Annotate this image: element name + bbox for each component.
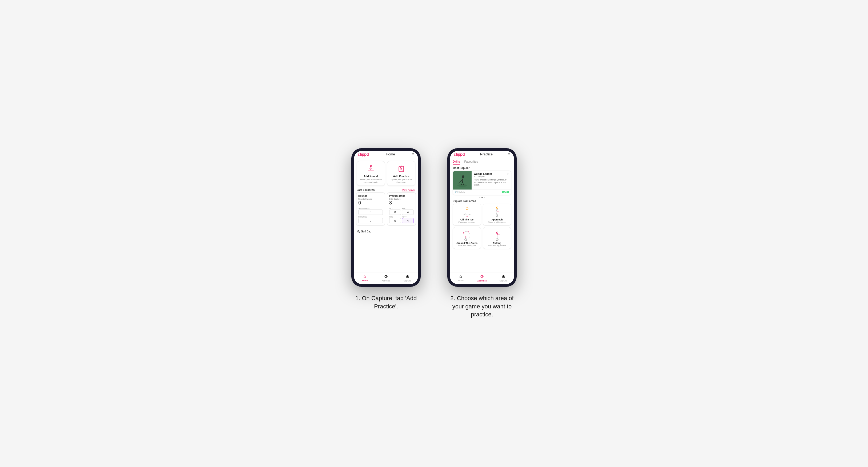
svg-point-24 bbox=[465, 236, 466, 238]
phone1-topnav: clippd Home ≡ bbox=[354, 151, 418, 158]
app-cell: APP 4 bbox=[402, 207, 414, 215]
phone2-section: clippd Practice ≡ Drills Favourites Most… bbox=[445, 148, 519, 319]
phone1-nav-title: Home bbox=[386, 152, 395, 156]
dot-2[interactable] bbox=[482, 197, 483, 198]
add-round-card[interactable]: Add Round Record your shots fast or enha… bbox=[357, 161, 385, 186]
drills-tab[interactable]: Drills bbox=[453, 158, 460, 165]
tab2-capture-label: Capture bbox=[500, 280, 507, 282]
approach-card[interactable]: Approach Dial-in to hit the green bbox=[483, 204, 511, 225]
putting-name: Putting bbox=[493, 242, 501, 244]
arg-cell: ARG 0 bbox=[389, 216, 401, 223]
tournament-cell: Tournament 0 bbox=[358, 207, 383, 215]
phone1-content: Add Round Record your shots fast or enha… bbox=[354, 158, 418, 272]
favourites-tab[interactable]: Favourites bbox=[464, 158, 478, 165]
last3months-header: Last 3 Months View Activity bbox=[354, 187, 418, 192]
add-round-icon bbox=[366, 164, 376, 174]
putting-card[interactable]: Putting Make and lag practice bbox=[483, 227, 511, 249]
arg-value: 0 bbox=[389, 218, 401, 223]
add-practice-title: Add Practice bbox=[393, 175, 409, 178]
featured-info: Wedge Ladder ☆ 50–100 yds Play 1 shot at… bbox=[472, 171, 511, 189]
featured-title-row: Wedge Ladder ☆ bbox=[474, 173, 509, 176]
svg-point-18 bbox=[467, 216, 468, 217]
stats-area: Rounds Rounds Capture 0 Tournament 0 Pra… bbox=[354, 192, 418, 227]
tab-home-label: Home bbox=[362, 279, 368, 282]
approach-name: Approach bbox=[491, 218, 502, 221]
drills-title: Practice Drills bbox=[389, 195, 414, 197]
around-the-green-card[interactable]: Around The Green Hone your short game bbox=[453, 227, 481, 249]
around-the-green-diagram bbox=[460, 229, 474, 241]
featured-yardage: 50–100 yds bbox=[474, 176, 509, 178]
add-practice-icon bbox=[396, 164, 406, 174]
putting-diagram bbox=[491, 229, 504, 241]
featured-footer: 🕐 9 shots APP bbox=[453, 189, 511, 195]
off-the-tee-card[interactable]: Off The Tee Power and accuracy bbox=[453, 204, 481, 225]
putt-value: 4 bbox=[402, 218, 414, 223]
tab-capture[interactable]: ⊕ Capture bbox=[397, 274, 418, 282]
putt-label: PUTT bbox=[402, 216, 414, 218]
tab-capture-label: Capture bbox=[404, 280, 411, 282]
phone1-tab-bar: ⌂ Home ⟳ Activities ⊕ Capture bbox=[354, 272, 418, 284]
ott-label: OTT bbox=[389, 207, 401, 209]
tab2-home[interactable]: ⌂ Home bbox=[450, 274, 471, 282]
caption2: 2. Choose which area of your game you wa… bbox=[445, 294, 519, 319]
approach-desc: Dial-in to hit the green bbox=[488, 221, 506, 223]
featured-card-inner: Wedge Ladder ☆ 50–100 yds Play 1 shot at… bbox=[453, 171, 511, 189]
drills-col: Practice Drills Drills Capture 8 OTT 0 A… bbox=[387, 192, 416, 225]
svg-point-21 bbox=[497, 211, 498, 212]
last3months-label: Last 3 Months bbox=[357, 188, 375, 191]
svg-point-25 bbox=[465, 239, 467, 241]
putting-desc: Make and lag practice bbox=[488, 245, 506, 247]
explore-label: Explore skill areas bbox=[450, 199, 514, 204]
phone1-hamburger-icon[interactable]: ≡ bbox=[412, 152, 414, 156]
tab-home[interactable]: ⌂ Home bbox=[354, 274, 375, 282]
view-activity-link[interactable]: View Activity bbox=[402, 189, 415, 191]
rounds-title: Rounds bbox=[358, 195, 383, 197]
add-round-subtitle: Record your shots fast or enhanced mode bbox=[359, 178, 382, 184]
svg-point-19 bbox=[496, 207, 498, 209]
tab-activities-label: Activities bbox=[382, 280, 390, 282]
ott-value: 0 bbox=[389, 210, 401, 215]
drills-value: 8 bbox=[389, 200, 414, 206]
off-the-tee-desc: Power and accuracy bbox=[459, 221, 475, 223]
svg-rect-0 bbox=[368, 170, 374, 170]
rounds-col: Rounds Rounds Capture 0 Tournament 0 Pra… bbox=[356, 192, 385, 225]
phone2-logo: clippd bbox=[454, 152, 465, 156]
phone2-nav-title: Practice bbox=[480, 152, 493, 156]
featured-desc: Play 1 shot at each target yardage. If y… bbox=[474, 179, 509, 186]
tab2-capture[interactable]: ⊕ Capture bbox=[493, 274, 514, 282]
featured-drill-card[interactable]: Wedge Ladder ☆ 50–100 yds Play 1 shot at… bbox=[453, 170, 511, 195]
tournament-label: Tournament bbox=[358, 207, 383, 209]
off-the-tee-name: Off The Tee bbox=[460, 218, 473, 221]
star-icon[interactable]: ☆ bbox=[506, 173, 509, 176]
off-the-tee-diagram bbox=[460, 206, 474, 217]
golf-bag-row[interactable]: My Golf Bag › bbox=[354, 227, 418, 236]
add-practice-card[interactable]: Add Practice Capture your practice off-t… bbox=[387, 161, 415, 186]
app-value: 4 bbox=[402, 210, 414, 215]
dot-1[interactable] bbox=[479, 197, 480, 198]
around-the-green-name: Around The Green bbox=[456, 242, 477, 244]
phone2-hamburger-icon[interactable]: ≡ bbox=[508, 152, 510, 156]
tournament-value: 0 bbox=[358, 210, 383, 215]
activities-icon: ⟳ bbox=[384, 274, 388, 279]
add-practice-subtitle: Capture your practice off-the-course bbox=[390, 178, 413, 184]
drills-capture-label: Drills Capture bbox=[389, 198, 414, 200]
rounds-value: 0 bbox=[358, 200, 383, 206]
phone1-logo: clippd bbox=[358, 152, 369, 156]
caption1: 1. On Capture, tap 'Add Practice'. bbox=[349, 294, 423, 311]
shots-label: 9 shots bbox=[459, 191, 465, 193]
golf-bag-label: My Golf Bag bbox=[357, 230, 371, 233]
phone2-tab-nav: Drills Favourites bbox=[450, 158, 514, 165]
tab2-activities[interactable]: ⟳ Activities bbox=[471, 274, 493, 282]
home2-icon: ⌂ bbox=[459, 274, 462, 279]
phone1: clippd Home ≡ bbox=[351, 148, 421, 287]
drills-grid: OTT 0 APP 4 ARG 0 bbox=[389, 207, 414, 223]
dot-3[interactable] bbox=[484, 197, 485, 198]
tab2-activities-label: Activities bbox=[477, 280, 487, 282]
practice-value: 0 bbox=[358, 218, 383, 223]
featured-thumbnail bbox=[453, 171, 472, 189]
tab-activities[interactable]: ⟳ Activities bbox=[375, 274, 397, 282]
phone2-topnav: clippd Practice ≡ bbox=[450, 151, 514, 158]
home-icon: ⌂ bbox=[363, 274, 366, 279]
around-the-green-desc: Hone your short game bbox=[458, 245, 476, 247]
practice-cell: Practice 0 bbox=[358, 216, 383, 223]
